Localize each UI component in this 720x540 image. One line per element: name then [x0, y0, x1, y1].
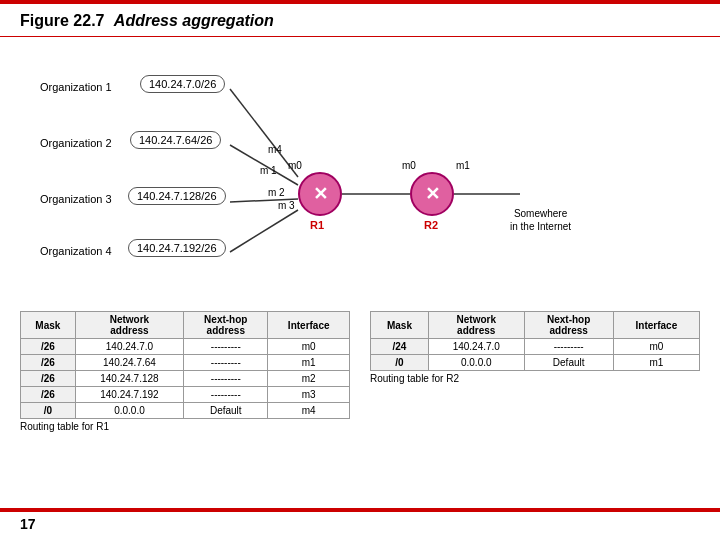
r1-m1-label: m 1 — [260, 165, 277, 176]
router-r2-x: ✕ — [425, 185, 440, 203]
figure-title: Address aggregation — [114, 12, 274, 29]
main-content: Organization 1 140.24.7.0/26 Organizatio… — [0, 37, 720, 477]
page-number: 17 — [20, 516, 36, 532]
r2-caption: Routing table for R2 — [370, 373, 700, 384]
router-r2: ✕ — [410, 172, 454, 216]
title-area: Figure 22.7 Address aggregation — [0, 4, 720, 37]
svg-line-3 — [230, 210, 298, 252]
r1-m3-label: m 3 — [278, 200, 295, 211]
org3-network: 140.24.7.128/26 — [128, 187, 226, 205]
r2-col-interface: Interface — [613, 312, 699, 339]
router-r1-label: R1 — [310, 219, 324, 231]
r2-m0-label: m0 — [402, 160, 416, 171]
org2-network: 140.24.7.64/26 — [130, 131, 221, 149]
r1-col-network: Networkaddress — [75, 312, 183, 339]
diagram-area: Organization 1 140.24.7.0/26 Organizatio… — [20, 37, 700, 307]
table-row: /26140.24.7.64---------m1 — [21, 355, 350, 371]
r2-m1-label: m1 — [456, 160, 470, 171]
org4-network: 140.24.7.192/26 — [128, 239, 226, 257]
r2-col-network: Networkaddress — [428, 312, 524, 339]
table-row: /24140.24.7.0---------m0 — [371, 339, 700, 355]
r1-m2-label: m 2 — [268, 187, 285, 198]
routing-table-r2: Mask Networkaddress Next-hopaddress Inte… — [370, 311, 700, 371]
table-row: /26140.24.7.0---------m0 — [21, 339, 350, 355]
diagram-svg — [20, 37, 700, 307]
somewhere-label: Somewherein the Internet — [510, 207, 571, 233]
router-r2-label: R2 — [424, 219, 438, 231]
r2-col-mask: Mask — [371, 312, 429, 339]
table-r1-container: Mask Networkaddress Next-hopaddress Inte… — [20, 311, 350, 432]
r1-m0-label: m0 — [288, 160, 302, 171]
router-r1: ✕ — [298, 172, 342, 216]
org1-label: Organization 1 — [40, 81, 112, 93]
r2-col-nexthop: Next-hopaddress — [524, 312, 613, 339]
org3-label: Organization 3 — [40, 193, 112, 205]
bottom-bar — [0, 508, 720, 512]
r1-caption: Routing table for R1 — [20, 421, 350, 432]
router-r1-x: ✕ — [313, 185, 328, 203]
r1-m4-label: m4 — [268, 144, 282, 155]
table-row: /00.0.0.0Defaultm1 — [371, 355, 700, 371]
r1-col-nexthop: Next-hopaddress — [184, 312, 268, 339]
table-r2-container: Mask Networkaddress Next-hopaddress Inte… — [370, 311, 700, 432]
table-row: /26140.24.7.128---------m2 — [21, 371, 350, 387]
org1-network: 140.24.7.0/26 — [140, 75, 225, 93]
figure-number: Figure 22.7 — [20, 12, 104, 29]
routing-table-r1: Mask Networkaddress Next-hopaddress Inte… — [20, 311, 350, 419]
table-row: /00.0.0.0Defaultm4 — [21, 403, 350, 419]
tables-area: Mask Networkaddress Next-hopaddress Inte… — [20, 311, 700, 432]
table-row: /26140.24.7.192---------m3 — [21, 387, 350, 403]
org2-label: Organization 2 — [40, 137, 112, 149]
org4-label: Organization 4 — [40, 245, 112, 257]
r1-col-interface: Interface — [268, 312, 350, 339]
r1-col-mask: Mask — [21, 312, 76, 339]
